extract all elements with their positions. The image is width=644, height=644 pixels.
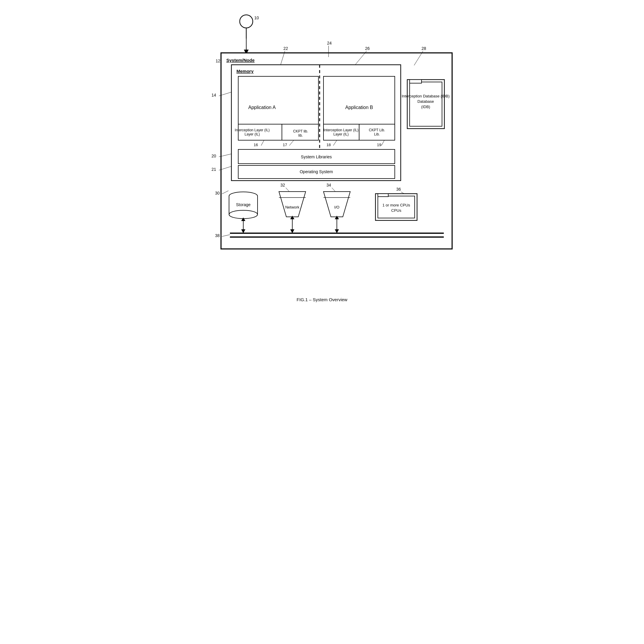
ref-36: 36 [396, 187, 401, 192]
ref-14: 14 [211, 93, 216, 97]
ref-38: 38 [215, 233, 220, 238]
ref-16: 16 [254, 143, 258, 147]
user-icon [240, 15, 253, 28]
ckpt-lib-b-label2: Lib. [374, 132, 380, 136]
ref-19: 19 [377, 143, 381, 147]
figure-caption: FIG.1 – System Overview [188, 297, 456, 302]
ref-17: 17 [283, 143, 287, 147]
storage-label: Storage [236, 202, 250, 207]
memory-label: Memory [236, 69, 254, 74]
ref-21: 21 [211, 167, 216, 172]
cpu-label2: CPUs [391, 208, 401, 213]
ref-22: 22 [283, 46, 288, 51]
ckpt-lib-a-label2: lib. [298, 133, 303, 138]
ref-10: 10 [254, 15, 259, 20]
operating-system-label: Operating System [300, 169, 333, 174]
main-diagram: 10 12 System/Node 22 24 26 28 [188, 6, 456, 291]
idb-tab [410, 80, 422, 83]
ref-20: 20 [211, 154, 216, 158]
interception-layer-a-label: Interception Layer (IL) [235, 128, 269, 132]
ref-32: 32 [280, 183, 285, 187]
diagram-container: 10 12 System/Node 22 24 26 28 [188, 6, 456, 302]
interception-layer-b-label2: Layer (IL) [333, 132, 348, 136]
storage-bottom-ellipse [229, 210, 258, 219]
idb-inner-box [410, 82, 442, 126]
interception-layer-b-label: Interception Layer (IL) [323, 128, 358, 132]
ref-26: 26 [365, 46, 370, 51]
app-b-label: Application B [345, 105, 373, 110]
ref-12: 12 [216, 59, 220, 63]
ref-30: 30 [215, 191, 220, 195]
ref-18: 18 [326, 143, 331, 147]
app-a-label: Application A [248, 105, 276, 110]
io-label: I/O [334, 205, 339, 209]
idb-label3: (IDB) [421, 105, 430, 109]
network-label: Network [285, 205, 299, 209]
system-node-label: System/Node [226, 58, 255, 63]
ref-24: 24 [327, 41, 332, 45]
system-libraries-label: System Libraries [301, 154, 332, 159]
cpu-label1: 1 or more CPUs [382, 203, 410, 207]
ref-34: 34 [326, 183, 331, 187]
cpu-tab [378, 194, 388, 197]
ckpt-lib-b-label: CKPT Lib. [369, 128, 385, 132]
idb-label1: Interception Database (IDB) [402, 94, 449, 98]
ref-28: 28 [422, 46, 426, 51]
ckpt-lib-a-label: CKPT lib. [293, 129, 308, 133]
idb-label2: Database [417, 99, 434, 104]
interception-layer-a-label2: Layer (IL) [244, 132, 260, 136]
